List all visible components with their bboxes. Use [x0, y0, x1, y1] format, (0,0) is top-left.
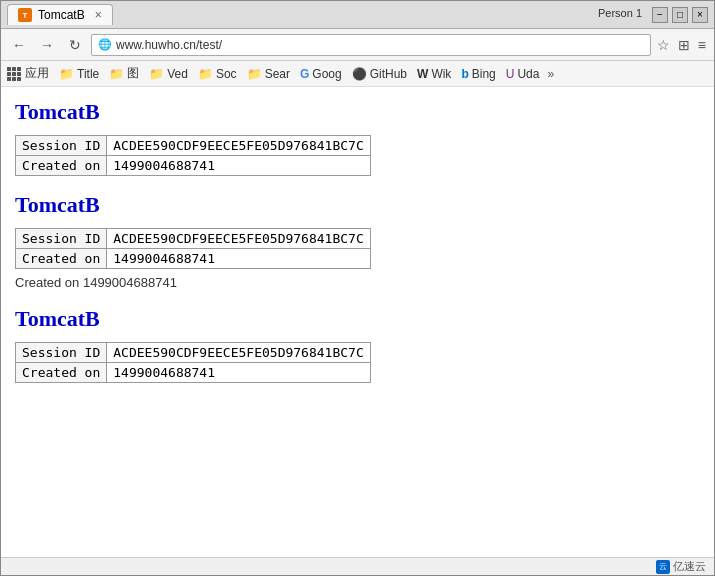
- plain-text-2: Created on 1499004688741: [15, 275, 700, 290]
- folder-icon-5: 📁: [247, 67, 262, 81]
- page-content: TomcatB Session ID ACDEE590CDF9EECE5FE05…: [1, 87, 714, 557]
- wikipedia-w-icon: W: [417, 67, 428, 81]
- bing-icon: b: [461, 67, 468, 81]
- google-g-icon: G: [300, 67, 309, 81]
- status-bar: 云 亿速云: [1, 557, 714, 575]
- table-row-session-3: Session ID ACDEE590CDF9EECE5FE05D976841B…: [16, 343, 371, 363]
- tab-title: TomcatB: [38, 8, 85, 22]
- maximize-button[interactable]: □: [672, 7, 688, 23]
- bookmarks-bar: 应用 📁 Title 📁 图 📁 Ved 📁 Soc 📁 Sear G Goog…: [1, 61, 714, 87]
- extensions-icon[interactable]: ⊞: [676, 35, 692, 55]
- bookmark-soc-label: Soc: [216, 67, 237, 81]
- created-label-2: Created on: [16, 249, 107, 269]
- session-id-label-1: Session ID: [16, 136, 107, 156]
- page-title-3: TomcatB: [15, 306, 700, 332]
- info-table-3: Session ID ACDEE590CDF9EECE5FE05D976841B…: [15, 342, 371, 383]
- title-bar-left: T TomcatB ×: [7, 4, 113, 25]
- session-id-label-2: Session ID: [16, 229, 107, 249]
- created-value-3: 1499004688741: [107, 363, 370, 383]
- watermark-text: 亿速云: [673, 559, 706, 574]
- page-title-1: TomcatB: [15, 99, 700, 125]
- bookmark-sear-label: Sear: [265, 67, 290, 81]
- bookmark-sear[interactable]: 📁 Sear: [243, 65, 294, 83]
- bookmark-github[interactable]: ⚫ GitHub: [348, 65, 411, 83]
- forward-button[interactable]: →: [35, 33, 59, 57]
- back-button[interactable]: ←: [7, 33, 31, 57]
- bookmark-uda[interactable]: U Uda: [502, 65, 544, 83]
- bookmark-uda-label: Uda: [517, 67, 539, 81]
- table-row-session-2: Session ID ACDEE590CDF9EECE5FE05D976841B…: [16, 229, 371, 249]
- github-icon: ⚫: [352, 67, 367, 81]
- page-title-2: TomcatB: [15, 192, 700, 218]
- star-icon[interactable]: ☆: [655, 35, 672, 55]
- lock-icon: 🌐: [98, 38, 112, 51]
- browser-toolbar: ← → ↻ 🌐 www.huwho.cn/test/ ☆ ⊞ ≡: [1, 29, 714, 61]
- section-3: TomcatB Session ID ACDEE590CDF9EECE5FE05…: [15, 306, 700, 383]
- bookmark-ved-label: Ved: [167, 67, 188, 81]
- bookmark-wiki-label: Wik: [431, 67, 451, 81]
- watermark-icon: 云: [656, 560, 670, 574]
- browser-window: T TomcatB × Person 1 − □ × ← → ↻ 🌐 www.h…: [0, 0, 715, 576]
- folder-icon-4: 📁: [198, 67, 213, 81]
- bookmark-title-label: Title: [77, 67, 99, 81]
- folder-icon: 📁: [59, 67, 74, 81]
- session-id-value-2: ACDEE590CDF9EECE5FE05D976841BC7C: [107, 229, 370, 249]
- apps-label: 应用: [25, 65, 49, 82]
- udacity-icon: U: [506, 67, 515, 81]
- apps-grid-icon: [7, 67, 21, 81]
- bookmark-google[interactable]: G Goog: [296, 65, 346, 83]
- table-row-created-2: Created on 1499004688741: [16, 249, 371, 269]
- info-table-1: Session ID ACDEE590CDF9EECE5FE05D976841B…: [15, 135, 371, 176]
- session-id-value-1: ACDEE590CDF9EECE5FE05D976841BC7C: [107, 136, 370, 156]
- bookmark-ved[interactable]: 📁 Ved: [145, 65, 192, 83]
- created-label-1: Created on: [16, 156, 107, 176]
- bookmark-tu-label: 图: [127, 65, 139, 82]
- url-text: www.huwho.cn/test/: [116, 38, 222, 52]
- tab-favicon: T: [18, 8, 32, 22]
- table-row-created-3: Created on 1499004688741: [16, 363, 371, 383]
- created-value-2: 1499004688741: [107, 249, 370, 269]
- reload-button[interactable]: ↻: [63, 33, 87, 57]
- bookmark-github-label: GitHub: [370, 67, 407, 81]
- address-bar[interactable]: 🌐 www.huwho.cn/test/: [91, 34, 651, 56]
- browser-tab[interactable]: T TomcatB ×: [7, 4, 113, 25]
- bookmark-bing[interactable]: b Bing: [457, 65, 499, 83]
- session-id-value-3: ACDEE590CDF9EECE5FE05D976841BC7C: [107, 343, 370, 363]
- created-label-3: Created on: [16, 363, 107, 383]
- menu-icon[interactable]: ≡: [696, 35, 708, 55]
- created-value-1: 1499004688741: [107, 156, 370, 176]
- title-bar: T TomcatB × Person 1 − □ ×: [1, 1, 714, 29]
- bookmark-soc[interactable]: 📁 Soc: [194, 65, 241, 83]
- bookmark-google-label: Goog: [312, 67, 341, 81]
- tab-close-button[interactable]: ×: [95, 8, 102, 22]
- more-bookmarks-button[interactable]: »: [547, 67, 554, 81]
- session-id-label-3: Session ID: [16, 343, 107, 363]
- folder-icon-3: 📁: [149, 67, 164, 81]
- info-table-2: Session ID ACDEE590CDF9EECE5FE05D976841B…: [15, 228, 371, 269]
- folder-icon-2: 📁: [109, 67, 124, 81]
- bookmark-bing-label: Bing: [472, 67, 496, 81]
- close-window-button[interactable]: ×: [692, 7, 708, 23]
- section-1: TomcatB Session ID ACDEE590CDF9EECE5FE05…: [15, 99, 700, 176]
- minimize-button[interactable]: −: [652, 7, 668, 23]
- table-row-session-1: Session ID ACDEE590CDF9EECE5FE05D976841B…: [16, 136, 371, 156]
- bookmark-wikipedia[interactable]: W Wik: [413, 65, 455, 83]
- watermark: 云 亿速云: [656, 559, 706, 574]
- apps-shortcut[interactable]: 应用: [7, 65, 49, 82]
- bookmark-title[interactable]: 📁 Title: [55, 65, 103, 83]
- person-label: Person 1: [598, 7, 642, 23]
- bookmark-tu[interactable]: 📁 图: [105, 63, 143, 84]
- table-row-created-1: Created on 1499004688741: [16, 156, 371, 176]
- section-2: TomcatB Session ID ACDEE590CDF9EECE5FE05…: [15, 192, 700, 290]
- window-controls: Person 1 − □ ×: [598, 7, 708, 23]
